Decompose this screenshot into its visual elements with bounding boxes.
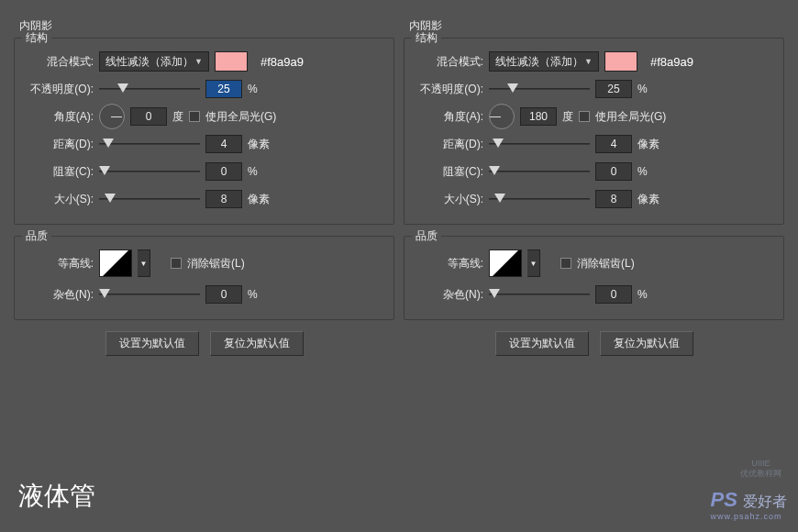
- panel-title: 内阴影: [14, 18, 394, 34]
- antialias-label: 消除锯齿(L): [187, 256, 245, 272]
- contour-label: 等高线:: [22, 256, 94, 272]
- angle-dial[interactable]: [99, 104, 125, 129]
- distance-input[interactable]: [595, 135, 632, 153]
- panel-left: 内阴影 结构 混合模式: 线性减淡（添加） ▼ #f8a9a9 不透明度(O):: [14, 18, 394, 356]
- angle-input[interactable]: [130, 107, 167, 126]
- blend-row: 混合模式: 线性减淡（添加） ▼ #f8a9a9: [412, 48, 776, 75]
- size-slider[interactable]: [489, 192, 590, 206]
- quality-legend: 品质: [412, 228, 441, 244]
- size-slider[interactable]: [99, 192, 200, 206]
- slider-thumb[interactable]: [99, 289, 110, 298]
- choke-slider[interactable]: [99, 164, 200, 179]
- opacity-unit: %: [248, 83, 275, 95]
- blend-label: 混合模式:: [22, 54, 94, 70]
- slider-thumb[interactable]: [117, 83, 128, 93]
- opacity-row: 不透明度(O): %: [22, 75, 386, 103]
- page-big-title: 液体管: [18, 479, 95, 514]
- slider-thumb[interactable]: [507, 83, 518, 93]
- blend-dropdown[interactable]: 线性减淡（添加） ▼: [99, 51, 209, 72]
- opacity-label: 不透明度(O):: [412, 82, 483, 97]
- contour-dropdown-arrow[interactable]: ▼: [138, 249, 150, 277]
- set-default-button[interactable]: 设置为默认值: [495, 331, 589, 356]
- slider-track: [489, 171, 590, 172]
- chevron-down-icon: ▼: [584, 57, 593, 66]
- panel-right: 内阴影 结构 混合模式: 线性减淡（添加） ▼ #f8a9a9 不透明度(O):: [404, 18, 784, 356]
- slider-thumb[interactable]: [489, 289, 500, 298]
- noise-slider[interactable]: [99, 287, 200, 302]
- distance-row: 距离(D): 像素: [412, 130, 776, 158]
- slider-thumb[interactable]: [493, 139, 504, 148]
- contour-swatch[interactable]: [489, 249, 522, 277]
- noise-unit: %: [637, 288, 665, 301]
- noise-input[interactable]: [205, 285, 242, 304]
- size-unit: 像素: [637, 192, 665, 207]
- global-light-checkbox[interactable]: [579, 111, 590, 122]
- button-row: 设置为默认值 复位为默认值: [404, 331, 784, 356]
- distance-input[interactable]: [205, 135, 242, 153]
- distance-slider[interactable]: [99, 137, 200, 151]
- size-row: 大小(S): 像素: [412, 185, 776, 213]
- structure-legend: 结构: [22, 30, 51, 46]
- noise-input[interactable]: [595, 285, 632, 304]
- choke-input[interactable]: [595, 162, 632, 181]
- opacity-input[interactable]: [205, 80, 242, 98]
- quality-legend: 品质: [22, 228, 51, 244]
- reset-default-button[interactable]: 复位为默认值: [210, 331, 304, 356]
- contour-label: 等高线:: [412, 256, 483, 272]
- slider-thumb[interactable]: [494, 194, 505, 203]
- color-swatch[interactable]: [215, 51, 248, 72]
- watermark: PS 爱好者 www.psahz.com: [711, 488, 787, 521]
- structure-fieldset: 结构 混合模式: 线性减淡（添加） ▼ #f8a9a9 不透明度(O): %: [404, 38, 784, 225]
- antialias-label: 消除锯齿(L): [577, 256, 635, 272]
- reset-default-button[interactable]: 复位为默认值: [600, 331, 693, 356]
- opacity-slider[interactable]: [489, 82, 590, 96]
- size-label: 大小(S):: [22, 192, 94, 207]
- opacity-slider[interactable]: [99, 82, 200, 96]
- distance-slider[interactable]: [489, 137, 590, 151]
- structure-legend: 结构: [412, 30, 441, 46]
- set-default-button[interactable]: 设置为默认值: [105, 331, 199, 356]
- size-input[interactable]: [205, 190, 242, 208]
- color-swatch[interactable]: [604, 51, 637, 72]
- distance-label: 距离(D):: [412, 137, 483, 152]
- contour-swatch[interactable]: [99, 249, 132, 277]
- slider-thumb[interactable]: [105, 194, 116, 203]
- contour-row: 等高线: ▼ 消除锯齿(L): [22, 246, 386, 281]
- slider-track: [489, 88, 590, 90]
- angle-label: 角度(A):: [22, 109, 94, 125]
- opacity-label: 不透明度(O):: [22, 82, 94, 97]
- wm-cn: 爱好者: [743, 493, 787, 509]
- blend-dropdown[interactable]: 线性减淡（添加） ▼: [489, 51, 599, 72]
- slider-thumb[interactable]: [103, 139, 114, 148]
- global-light-checkbox[interactable]: [189, 111, 200, 122]
- slider-thumb[interactable]: [489, 166, 500, 175]
- slider-thumb[interactable]: [99, 166, 110, 175]
- blend-value: 线性减淡（添加）: [105, 54, 194, 70]
- choke-input[interactable]: [205, 162, 242, 181]
- contour-dropdown-arrow[interactable]: ▼: [527, 249, 540, 277]
- opacity-unit: %: [637, 83, 665, 95]
- quality-fieldset: 品质 等高线: ▼ 消除锯齿(L) 杂色(N): %: [14, 236, 394, 320]
- wm-brand: PS: [711, 488, 737, 511]
- wm-small-1: UIIIE: [740, 459, 781, 469]
- antialias-checkbox[interactable]: [560, 258, 571, 269]
- choke-slider[interactable]: [489, 164, 590, 179]
- slider-track: [99, 171, 200, 172]
- angle-dial[interactable]: [489, 104, 515, 129]
- size-input[interactable]: [595, 190, 632, 208]
- noise-slider[interactable]: [489, 287, 590, 302]
- opacity-input[interactable]: [595, 80, 632, 98]
- angle-line-icon: [490, 116, 501, 117]
- angle-input[interactable]: [520, 107, 557, 126]
- blend-label: 混合模式:: [412, 54, 483, 70]
- watermark-small: UIIIE 优优教程网: [740, 459, 781, 479]
- swatch-hex-text: #f8a9a9: [260, 55, 304, 69]
- distance-label: 距离(D):: [22, 137, 94, 152]
- angle-label: 角度(A):: [412, 109, 483, 125]
- blend-row: 混合模式: 线性减淡（添加） ▼ #f8a9a9: [22, 48, 386, 75]
- angle-unit: 度: [172, 109, 183, 125]
- antialias-checkbox[interactable]: [171, 258, 182, 269]
- button-row: 设置为默认值 复位为默认值: [14, 331, 394, 356]
- contour-row: 等高线: ▼ 消除锯齿(L): [412, 246, 776, 281]
- distance-row: 距离(D): 像素: [22, 130, 386, 158]
